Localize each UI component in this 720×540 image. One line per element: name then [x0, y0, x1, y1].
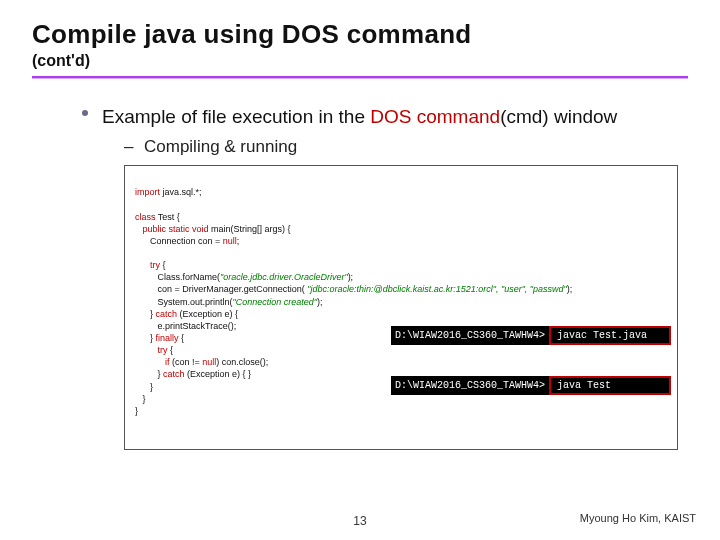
code-t: {	[168, 345, 174, 355]
cmd-line: D:\WIAW2016_CS360_TAWHW4> javac Test.jav…	[391, 326, 671, 346]
code-t: {	[179, 333, 185, 343]
content-body: Example of file execution in the DOS com…	[32, 101, 688, 450]
code-box: import java.sql.*; class Test { public s…	[124, 165, 678, 450]
code-kw: try	[135, 345, 168, 355]
cmd-input: javac Test.java	[549, 326, 671, 346]
code-kw: finally	[156, 333, 179, 343]
code-t: );	[567, 284, 573, 294]
code-t: (con !=	[170, 357, 203, 367]
bullet-emph: DOS command	[370, 106, 500, 127]
code-t: (Exception e) {	[177, 309, 238, 319]
code-t: );	[348, 272, 354, 282]
code-t: ) con.close();	[216, 357, 268, 367]
bullet-text: Example of file execution in the DOS com…	[102, 101, 617, 133]
cmd-overlay: D:\WIAW2016_CS360_TAWHW4> javac Test.jav…	[391, 301, 671, 425]
cmd-input: java Test	[549, 376, 671, 396]
bullet-suffix: (cmd) window	[500, 106, 617, 127]
code-t: e.printStackTrace();	[135, 321, 236, 331]
sub-bullet-text: Compiling & running	[144, 137, 297, 157]
code-t: }	[135, 382, 153, 392]
slide-title: Compile java using DOS command	[32, 20, 688, 50]
code-t: }	[135, 369, 163, 379]
code-t: {	[160, 260, 166, 270]
code-t: main(String[] args) {	[209, 224, 291, 234]
code-t: );	[317, 297, 323, 307]
dash-icon: –	[124, 137, 138, 157]
code-t: Class.forName(	[135, 272, 220, 282]
cmd-prompt: D:\WIAW2016_CS360_TAWHW4>	[391, 376, 549, 396]
slide-subtitle: (cont'd)	[32, 52, 688, 70]
code-str: "Connection created"	[233, 297, 317, 307]
code-kw: null	[223, 236, 237, 246]
code-t: java.sql.*;	[160, 187, 202, 197]
bullet-row: Example of file execution in the DOS com…	[82, 101, 678, 133]
code-t: (Exception e) { }	[185, 369, 252, 379]
code-kw: class	[135, 212, 156, 222]
code-str: "jdbc:oracle:thin:@dbclick.kaist.ac.kr:1…	[307, 284, 566, 294]
code-t: }	[135, 394, 146, 404]
code-t: con = DriverManager.getConnection(	[135, 284, 307, 294]
title-divider	[32, 76, 688, 79]
code-kw: try	[135, 260, 160, 270]
code-t: }	[135, 333, 156, 343]
bullet-dot-icon	[82, 110, 88, 116]
sub-bullet-row: – Compiling & running	[82, 137, 678, 157]
code-t: Connection con =	[135, 236, 223, 246]
code-str: "oracle.jdbc.driver.OracleDriver"	[220, 272, 348, 282]
code-kw: import	[135, 187, 160, 197]
bullet-prefix: Example of file execution in the	[102, 106, 370, 127]
code-t: System.out.println(	[135, 297, 233, 307]
code-t: ;	[237, 236, 240, 246]
code-kw: null	[202, 357, 216, 367]
code-t: }	[135, 309, 156, 319]
code-t: }	[135, 406, 138, 416]
code-t: Test {	[156, 212, 180, 222]
code-kw: public static void	[135, 224, 209, 234]
code-kw: if	[135, 357, 170, 367]
cmd-prompt: D:\WIAW2016_CS360_TAWHW4>	[391, 326, 549, 346]
footer-credit: Myoung Ho Kim, KAIST	[580, 512, 696, 524]
code-kw: catch	[163, 369, 185, 379]
cmd-line: D:\WIAW2016_CS360_TAWHW4> java Test	[391, 376, 671, 396]
code-kw: catch	[156, 309, 178, 319]
